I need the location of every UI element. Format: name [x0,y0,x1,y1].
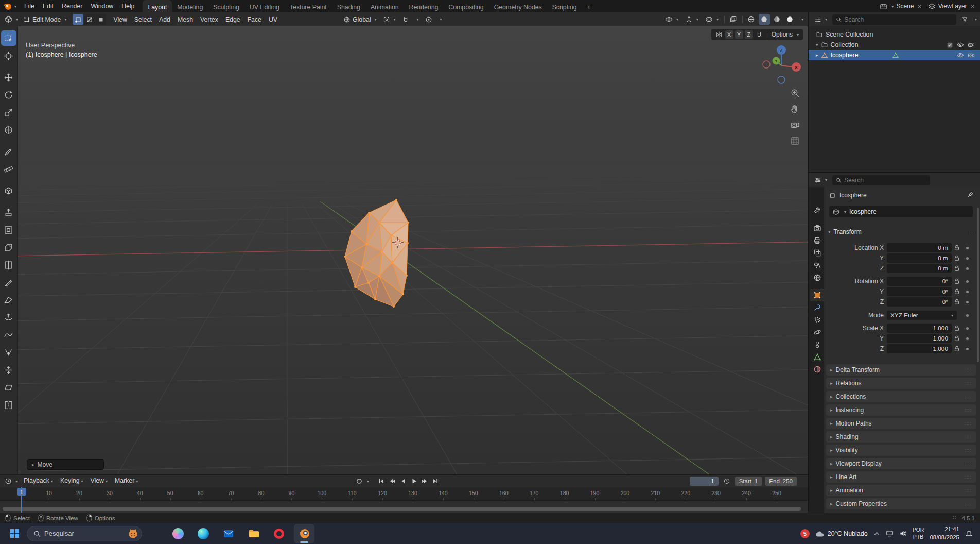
weather-widget[interactable]: 20°C Nublado [815,530,868,537]
properties-scrollbar[interactable] [977,208,979,362]
shading-solid-button[interactable] [759,14,770,25]
properties-tab-object[interactable] [810,289,824,301]
start-button[interactable] [4,524,25,543]
overlays-dropdown[interactable]: ▾ [703,14,721,25]
panel-collections[interactable]: ▸Collections:::: [826,391,976,402]
taskbar-app-blender[interactable] [294,524,314,543]
auto-keyframe-toggle[interactable] [354,476,364,486]
menu-edit[interactable]: Edit [39,0,58,12]
operator-panel[interactable]: ▸ Move [27,459,104,470]
tool-measure[interactable] [1,161,16,177]
face-select-button[interactable] [95,14,106,25]
transform-panel-header[interactable]: ▾ Transform :::: [828,228,976,235]
properties-tab-output[interactable] [810,234,824,247]
taskbar-app-copilot[interactable] [168,524,188,543]
properties-tab-scene[interactable] [810,259,824,271]
panel-motion-paths[interactable]: ▸Motion Paths:::: [826,418,976,429]
properties-tab-physics[interactable] [810,326,824,338]
tool-scale[interactable] [1,105,16,120]
timeline-menu-playback[interactable]: Playback▾ [20,474,57,488]
snap-toggle-button[interactable] [399,14,412,25]
taskbar-app-edge[interactable] [193,524,214,543]
tool-transform[interactable] [1,122,16,138]
viewport-menu-vertex[interactable]: Vertex [197,13,222,26]
workspace-tab-rendering[interactable]: Rendering [404,0,444,12]
workspace-tab-shading[interactable]: Shading [332,0,365,12]
taskbar-search-input[interactable] [44,530,124,537]
checkbox-icon[interactable] [947,42,953,48]
outliner-row-icosphere[interactable]: ▸ Icosphere [809,50,980,60]
menu-window[interactable]: Window [86,0,117,12]
vertex-select-button[interactable] [73,14,83,25]
lock-icon[interactable] [954,335,960,342]
play-button[interactable] [409,476,419,486]
workspace-tab-modeling[interactable]: Modeling [172,0,208,12]
display-tray-icon[interactable] [886,530,894,537]
tool-options-label[interactable]: Options [772,31,793,38]
notification-bell-icon[interactable] [965,530,973,537]
taskbar-search[interactable] [27,526,142,541]
animate-dot[interactable] [966,247,969,249]
lock-icon[interactable] [954,288,960,295]
start-frame-field[interactable]: Start 1 [735,477,762,486]
tool-add-cube[interactable] [1,183,16,198]
outliner-row-collection[interactable]: ▾ Collection [809,40,980,50]
animate-dot[interactable] [966,267,969,270]
tool-edge-slide[interactable] [1,345,16,360]
timeline-menu-view[interactable]: View▾ [87,474,111,488]
edge-select-button[interactable] [84,14,95,25]
tool-shear[interactable] [1,380,16,395]
properties-tab-tool[interactable] [810,205,824,217]
properties-tab-world[interactable] [810,271,824,284]
field-y[interactable]: 1.000 [887,334,952,343]
viewport-menu-mesh[interactable]: Mesh [174,13,197,26]
properties-tab-view-layer[interactable] [810,247,824,259]
taskbar-app-opera[interactable] [269,524,289,543]
tool-loop-cut[interactable] [1,257,16,273]
field-z[interactable]: 1.000 [887,344,952,353]
jump-to-next-keyframe-button[interactable] [419,476,430,486]
editor-type-button-timeline[interactable]: ▾ [2,475,20,487]
properties-tab-object-data[interactable] [810,351,824,363]
workspace-tab-scripting[interactable]: Scripting [547,0,582,12]
mirror-x-toggle[interactable]: X [725,30,733,39]
lock-icon[interactable] [954,278,960,284]
menu-file[interactable]: File [20,0,39,12]
field-z[interactable]: 0° [887,297,952,307]
zoom-tool-icon[interactable] [789,87,801,99]
tool-select-box[interactable] [1,30,16,46]
viewport-menu-select[interactable]: Select [131,13,155,26]
animate-dot[interactable] [966,314,969,317]
expand-arrow-icon[interactable]: ▸ [816,53,818,58]
pivot-point-dropdown[interactable]: ▾ [380,14,398,25]
workspace-tab-sculpting[interactable]: Sculpting [208,0,244,12]
tool-annotate[interactable] [1,144,16,159]
animate-dot[interactable] [966,327,969,330]
notification-badge[interactable]: 5 [800,529,810,538]
toggle-ortho-icon[interactable] [789,134,801,147]
timeline-menu-marker[interactable]: Marker▾ [111,474,142,488]
viewport-menu-edge[interactable]: Edge [222,13,244,26]
jump-to-prev-keyframe-button[interactable] [387,476,397,486]
timeline-menu-keying[interactable]: Keying▾ [57,474,87,488]
properties-search-input[interactable] [844,177,926,184]
snap-dropdown[interactable]: ▾ [413,14,422,25]
scene-selector[interactable]: ▾ Scene ✕ [880,3,922,10]
field-rotation-x[interactable]: 0° [887,277,952,286]
workspace-tab-animation[interactable]: Animation [365,0,404,12]
jump-to-end-button[interactable] [430,476,441,486]
outliner-filter-button[interactable] [959,14,971,25]
editor-type-button[interactable]: ▾ [2,14,21,25]
tool-shrink-fatten[interactable] [1,362,16,378]
animate-dot[interactable] [966,348,969,350]
workspace-tab-texture-paint[interactable]: Texture Paint [285,0,332,12]
outliner-row-scene-collection[interactable]: Scene Collection [809,29,980,40]
properties-tab-constraints[interactable] [810,338,824,351]
field-scale-x[interactable]: 1.000 [887,324,952,333]
panel-viewport-display[interactable]: ▸Viewport Display:::: [826,458,976,469]
3d-viewport[interactable]: User Perspective (1) Icosphere | Icosphe… [18,26,808,474]
workspace-tab-layout[interactable]: Layout [143,0,172,12]
panel-relations[interactable]: ▸Relations:::: [826,378,976,389]
field-location-x[interactable]: 0 m [887,243,952,252]
show-object-types-dropdown[interactable]: ▾ [662,14,681,25]
